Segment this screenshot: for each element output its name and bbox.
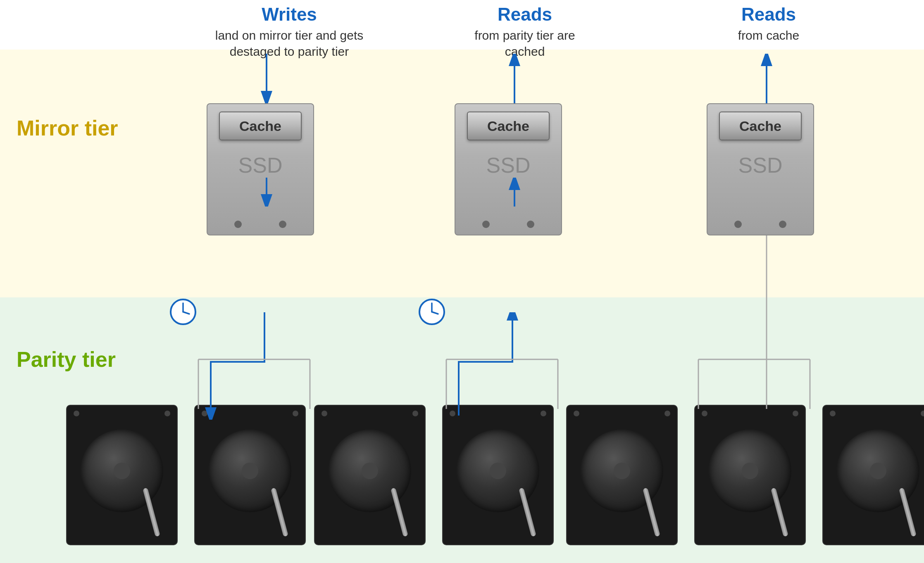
col1-header: Writes land on mirror tier and getsdesta… [207,4,372,59]
hdd3-platter [329,430,411,512]
col1-hdd1 [66,405,178,545]
col2-ssd-dot-right [527,221,534,228]
hdd2-dot-left [202,411,207,416]
hdd3-dot-right [412,411,418,416]
hdd1-dot-left [74,411,79,416]
hdd5-dot-left [574,411,579,416]
hdd2-platter [209,430,291,512]
hdd1-dot-right [164,411,170,416]
col1-ssd-dot-left [234,221,242,228]
col2-clock-icon [417,297,446,326]
col1-ssd-unit: Cache SSD [207,103,314,235]
col3-subtitle: from cache [694,27,843,43]
hdd6-platter [709,430,791,512]
hdd5-dot-right [664,411,670,416]
col1-title: Writes [207,4,372,25]
mirror-tier-label: Mirror tier [17,116,118,140]
col1-subtitle: land on mirror tier and getsdestaged to … [207,27,372,59]
col3-ssd-dot-left [734,221,742,228]
hdd2-dot-right [293,411,298,416]
hdd1-platter [81,430,163,512]
col2-hdd3 [314,405,426,545]
diagram-container: Mirror tier Parity tier Writes land on m… [0,0,924,563]
hdd7-dot-right [921,411,924,416]
col2-title: Reads [442,4,607,25]
hdd4-dot-right [541,411,546,416]
hdd7-platter [837,430,919,512]
parity-tier-label: Parity tier [17,347,116,372]
col2-cache-button: Cache [467,112,550,140]
col1-clock-icon [169,297,198,326]
col3-ssd-unit: Cache SSD [707,103,814,235]
col3-header: Reads from cache [694,4,843,43]
hdd5-platter [581,430,663,512]
col2-subtitle: from parity tier arecached [442,27,607,59]
col1-ssd-label: SSD [238,153,283,178]
col2-ssd-dot-left [482,221,490,228]
col1-hdd2 [194,405,306,545]
col3-ssd-dot-right [779,221,786,228]
col3-cache-button: Cache [719,112,802,140]
hdd3-dot-left [321,411,327,416]
col2-ssd-label: SSD [486,153,531,178]
col3-title: Reads [694,4,843,25]
col2-hdd4 [442,405,554,545]
col2-ssd-unit: Cache SSD [455,103,562,235]
col2-header: Reads from parity tier arecached [442,4,607,59]
col3-hdd5 [566,405,678,545]
col3-hdd6 [694,405,806,545]
hdd4-platter [457,430,539,512]
hdd6-dot-left [702,411,707,416]
hdd4-dot-left [450,411,455,416]
hdd6-dot-right [793,411,798,416]
col3-ssd-label: SSD [738,153,783,178]
hdd7-dot-left [830,411,836,416]
col1-cache-button: Cache [219,112,302,140]
col3-hdd7 [822,405,924,545]
col1-ssd-dot-right [279,221,286,228]
